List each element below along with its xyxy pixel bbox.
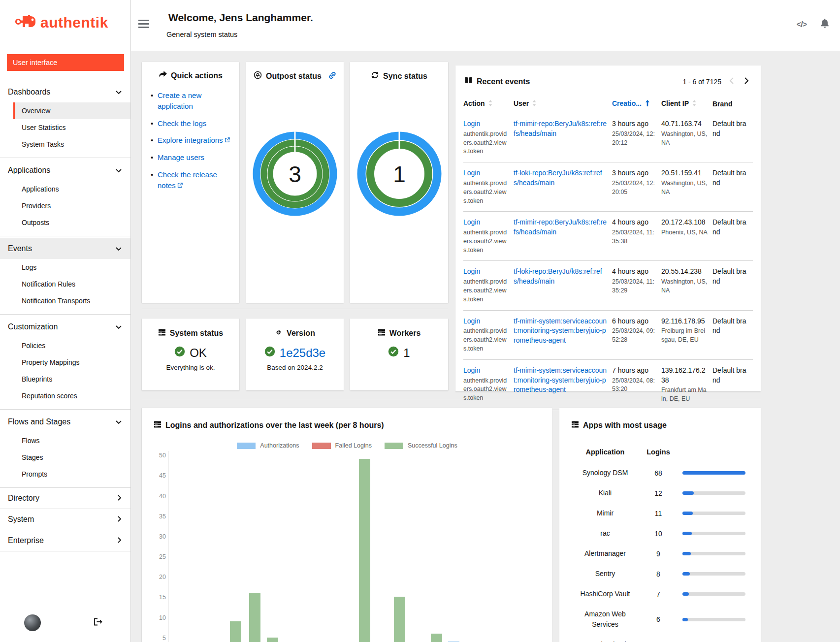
manage-users-link[interactable]: Manage users [158, 153, 204, 161]
app-name: Alertmanager [571, 544, 639, 564]
sidebar-item-policies[interactable]: Policies [0, 337, 130, 354]
app-name: Synology DSM [571, 463, 639, 483]
event-user-link[interactable]: tf-mimir-system:serviceaccount:monitorin… [514, 317, 607, 345]
user-interface-button[interactable]: User interface [7, 54, 124, 71]
sidebar-item-flows-stages-group[interactable]: Flows and Stages [0, 412, 130, 432]
check-logs-link[interactable]: Check the logs [158, 119, 206, 128]
usage-bar [682, 532, 745, 535]
sidebar-item-system[interactable]: System [0, 509, 130, 530]
column-header-action[interactable]: Action [463, 95, 514, 113]
event-action-link[interactable]: Login [463, 317, 480, 325]
hamburger-menu-icon[interactable] [138, 20, 149, 30]
authentik-logo: authentik [0, 0, 130, 32]
sidebar-item-property-mappings[interactable]: Property Mappings [0, 354, 130, 371]
version-value-link[interactable]: 1e25d3e [280, 346, 325, 360]
page-title: Welcome, Jens Langhammer. [168, 12, 313, 24]
table-row: Loginauthentik.providers.oauth2.views.to… [463, 212, 753, 261]
avatar[interactable] [24, 614, 41, 631]
event-user-link[interactable]: tf-loki-repo:BeryJu/k8s:ref:refs/heads/m… [514, 267, 602, 285]
sidebar-item-blueprints[interactable]: Blueprints [0, 371, 130, 387]
sidebar-item-flows[interactable]: Flows [0, 432, 130, 449]
event-user-link[interactable]: tf-mimir-repo:BeryJu/k8s:ref:refs/heads/… [514, 218, 607, 236]
sidebar-item-dashboards[interactable]: Dashboards [0, 82, 130, 102]
column-header-user[interactable]: User [514, 95, 612, 113]
event-age: 3 hours ago [612, 169, 648, 177]
event-action-link[interactable]: Login [463, 267, 480, 275]
legend-item-failed-logins[interactable]: Failed Logins [312, 442, 372, 449]
event-brand: Default brand [712, 317, 746, 335]
event-ip: 139.162.176.238 [661, 366, 706, 384]
event-age: 6 hours ago [612, 317, 648, 325]
sidebar-user-row [0, 608, 130, 638]
pagination-next-button[interactable] [742, 76, 752, 87]
legend-item-successful-logins[interactable]: Successful Logins [385, 442, 457, 449]
sidebar-item-system-tasks[interactable]: System Tasks [0, 136, 130, 153]
nav-section-enterprise: Enterprise [0, 530, 130, 551]
server-icon [378, 328, 386, 338]
y-axis-tick: 30 [153, 533, 166, 540]
sidebar-item-applications[interactable]: Applications [0, 181, 130, 197]
event-date: 25/03/2024, 12:20:05 [612, 179, 656, 197]
sort-icon [692, 100, 696, 108]
column-header-brand[interactable]: Brand [712, 95, 753, 113]
nav-section-customization: Customization Policies Property Mappings… [0, 314, 130, 409]
sync-status-value: 1 [393, 161, 406, 187]
logout-icon[interactable] [94, 618, 102, 628]
event-action-link[interactable]: Login [463, 169, 480, 177]
quick-actions-list: Create a new application Check the logs … [150, 90, 231, 191]
event-context: authentik.providers.oauth2.views.token [463, 327, 509, 353]
outpost-status-donut: 3 [252, 131, 338, 216]
sidebar-item-directory[interactable]: Directory [0, 488, 130, 509]
table-row: Loginauthentik.providers.oauth2.views.to… [463, 359, 753, 410]
sidebar-item-enterprise[interactable]: Enterprise [0, 530, 130, 551]
event-user-link[interactable]: tf-mimir-system:serviceaccount:monitorin… [514, 366, 607, 394]
system-status-description: Everything is ok. [148, 364, 233, 371]
sidebar-item-applications-group[interactable]: Applications [0, 160, 130, 181]
sidebar-item-overview[interactable]: Overview [13, 102, 130, 119]
event-brand: Default brand [712, 267, 746, 285]
event-action-link[interactable]: Login [463, 120, 480, 128]
app-logins: 7 [639, 590, 678, 598]
y-axis-tick: 5 [153, 635, 166, 642]
sidebar-item-user-statistics[interactable]: User Statistics [0, 119, 130, 136]
usage-bar [682, 572, 745, 576]
sidebar-item-notification-transports[interactable]: Notification Transports [0, 292, 130, 309]
explore-integrations-link[interactable]: Explore integrations [158, 136, 223, 144]
create-application-link[interactable]: Create a new application [158, 91, 201, 110]
sidebar-item-stages[interactable]: Stages [0, 449, 130, 466]
event-user-link[interactable]: tf-loki-repo:BeryJu/k8s:ref:refs/heads/m… [514, 169, 602, 187]
sidebar-item-providers[interactable]: Providers [0, 197, 130, 214]
table-row: Loginauthentik.providers.oauth2.views.to… [463, 310, 753, 359]
sidebar-nav: Dashboards Overview User Statistics Syst… [0, 80, 130, 551]
event-action-link[interactable]: Login [463, 218, 480, 226]
sidebar-item-customization-group[interactable]: Customization [0, 317, 130, 337]
event-location: Freiburg im Breisgau, DE, EU [661, 327, 708, 345]
column-header-creation-date[interactable]: Creatio... [612, 95, 661, 113]
nav-section-directory: Directory [0, 487, 130, 509]
release-notes-link[interactable]: Check the release notes [158, 170, 217, 190]
sidebar-item-events-group[interactable]: Events [0, 238, 130, 259]
event-age: 7 hours ago [612, 366, 648, 374]
outpost-status-card: Outpost status 3 [246, 62, 344, 303]
pagination-prev-button[interactable] [726, 76, 737, 87]
sidebar-item-prompts[interactable]: Prompts [0, 466, 130, 482]
event-action-link[interactable]: Login [463, 366, 480, 374]
check-circle-icon [264, 346, 275, 360]
sidebar-item-reputation-scores[interactable]: Reputation scores [0, 387, 130, 404]
app-logins: 11 [639, 510, 678, 517]
server-icon [571, 420, 579, 430]
column-header-client-ip[interactable]: Client IP [661, 95, 712, 113]
legend-item-authorizations[interactable]: Authorizations [237, 442, 299, 449]
link-icon[interactable] [328, 71, 336, 81]
api-code-icon[interactable]: </> [797, 20, 807, 29]
sidebar-item-outposts[interactable]: Outposts [0, 214, 130, 231]
version-description: Based on 2024.2.2 [252, 364, 338, 371]
event-location: Washington, US, NA [661, 278, 708, 295]
event-date: 25/03/2024, 09:52:28 [612, 327, 656, 345]
sidebar-item-notification-rules[interactable]: Notification Rules [0, 276, 130, 292]
sidebar-item-logs[interactable]: Logs [0, 259, 130, 276]
version-title: Version [287, 329, 315, 338]
event-user-link[interactable]: tf-mimir-repo:BeryJu/k8s:ref:refs/heads/… [514, 120, 607, 137]
system-status-card: System status OK Everything is ok. [142, 319, 239, 390]
notifications-bell-icon[interactable] [820, 19, 829, 30]
